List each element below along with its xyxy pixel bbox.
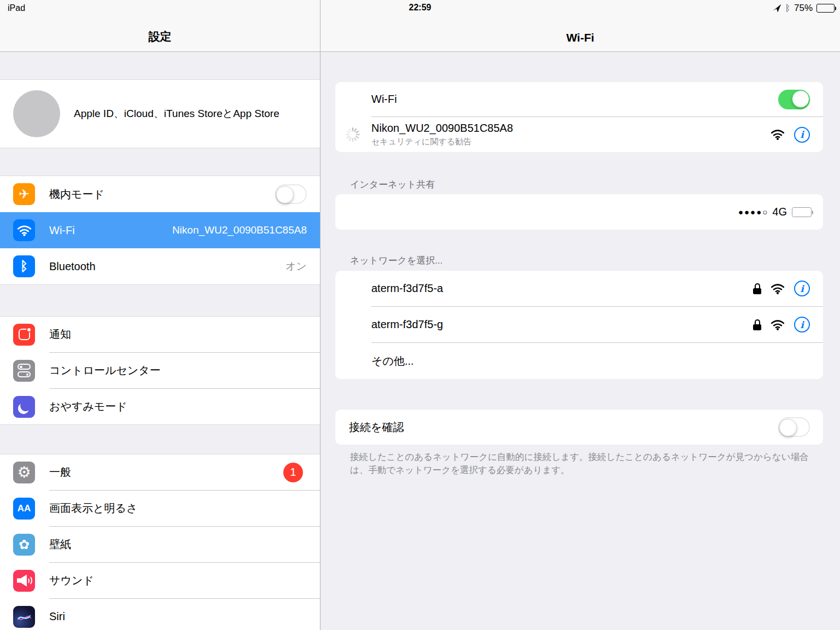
sidebar-title: 設定 — [149, 29, 172, 44]
info-icon[interactable]: i — [794, 281, 810, 296]
sidebar-item-wifi[interactable]: Wi-Fi Nikon_WU2_0090B51C85A8 — [0, 212, 320, 248]
status-bar: iPad 22:59 ᛒ 75% — [0, 0, 840, 18]
bluetooth-icon: ᛒ — [13, 255, 35, 277]
network-row[interactable]: aterm-f3d7f5-g i — [335, 307, 823, 342]
sidebar-item-do-not-disturb[interactable]: おやすみモード — [0, 389, 320, 424]
gear-icon: ⚙ — [13, 462, 35, 483]
sidebar-item-general[interactable]: ⚙ 一般 1 — [0, 454, 320, 490]
current-network-name: Nikon_WU2_0090B51C85A8 — [371, 122, 513, 135]
control-center-icon — [13, 360, 35, 382]
sidebar-item-notifications[interactable]: 通知 — [0, 317, 320, 352]
sidebar-item-wallpaper[interactable]: ✿ 壁紙 — [0, 527, 320, 562]
wifi-card: Wi-Fi — [335, 82, 823, 152]
page-title: Wi-Fi — [566, 31, 594, 44]
apple-id-row[interactable]: Apple ID、iCloud、iTunes StoreとApp Store — [0, 79, 320, 148]
general-badge: 1 — [283, 463, 303, 482]
ask-to-join-card: 接続を確認 — [335, 410, 823, 445]
wifi-signal-icon — [771, 319, 785, 330]
status-time: 22:59 — [0, 3, 840, 13]
wifi-toggle[interactable] — [778, 90, 810, 109]
sidebar-item-bluetooth[interactable]: ᛒ Bluetooth オン — [0, 248, 320, 284]
bluetooth-status-value: オン — [285, 259, 307, 273]
settings-sidebar: 設定 Apple ID、iCloud、iTunes StoreとApp Stor… — [0, 0, 320, 630]
ask-to-join-toggle[interactable] — [778, 417, 810, 437]
lock-icon — [753, 283, 761, 294]
battery-icon — [816, 4, 835, 13]
networks-card: aterm-f3d7f5-a i aterm-f3d7f5-g — [335, 271, 823, 379]
bluetooth-status-icon: ᛒ — [785, 3, 790, 13]
network-type-label: 4G — [772, 206, 787, 218]
cellular-signal-dots: ●●●●○ — [738, 207, 768, 217]
wifi-signal-icon — [771, 129, 785, 140]
network-row[interactable]: aterm-f3d7f5-a i — [335, 271, 823, 306]
siri-icon — [13, 606, 35, 628]
display-brightness-icon: AA — [13, 498, 35, 520]
hotspot-battery-icon — [792, 207, 812, 217]
wifi-settings-panel: Wi-Fi Wi-Fi — [320, 0, 840, 630]
wifi-current-network-value: Nikon_WU2_0090B51C85A8 — [172, 224, 307, 236]
hotspot-card: ●●●●○ 4G — [335, 194, 823, 230]
lock-icon — [753, 319, 761, 330]
info-icon[interactable]: i — [794, 317, 810, 332]
networks-section-header: ネットワークを選択... — [350, 254, 443, 267]
notifications-icon — [13, 324, 35, 346]
connecting-spinner-icon — [345, 127, 360, 142]
info-icon[interactable]: i — [794, 127, 810, 143]
hotspot-row[interactable]: ●●●●○ 4G — [335, 194, 823, 230]
wallpaper-icon: ✿ — [13, 534, 35, 556]
hotspot-section-header: インターネット共有 — [350, 178, 435, 191]
sidebar-item-display-brightness[interactable]: AA 画面表示と明るさ — [0, 491, 320, 526]
wifi-switch-label: Wi-Fi — [371, 93, 397, 106]
ask-to-join-footer: 接続したことのあるネットワークに自動的に接続します。接続したことのあるネットワー… — [350, 451, 815, 477]
sidebar-item-control-center[interactable]: コントロールセンター — [0, 353, 320, 388]
apple-id-label: Apple ID、iCloud、iTunes StoreとApp Store — [74, 107, 279, 121]
ask-to-join-label: 接続を確認 — [349, 420, 404, 435]
sidebar-item-siri[interactable]: Siri — [0, 599, 320, 630]
moon-icon — [13, 396, 35, 418]
battery-percent: 75% — [794, 3, 813, 14]
airplane-mode-toggle[interactable] — [275, 184, 307, 204]
sidebar-item-airplane-mode[interactable]: ✈ 機内モード — [0, 176, 320, 212]
other-network-row[interactable]: その他... — [335, 343, 823, 379]
wifi-icon — [13, 219, 35, 241]
sidebar-item-sounds[interactable]: サウンド — [0, 563, 320, 598]
wifi-signal-icon — [771, 283, 785, 294]
location-arrow-icon — [773, 4, 781, 13]
avatar — [13, 90, 60, 137]
current-network-subtitle: セキュリティに関する勧告 — [371, 137, 513, 147]
current-network-row[interactable]: Nikon_WU2_0090B51C85A8 セキュリティに関する勧告 i — [335, 117, 823, 152]
speaker-icon — [13, 570, 35, 592]
airplane-icon: ✈ — [13, 183, 35, 205]
